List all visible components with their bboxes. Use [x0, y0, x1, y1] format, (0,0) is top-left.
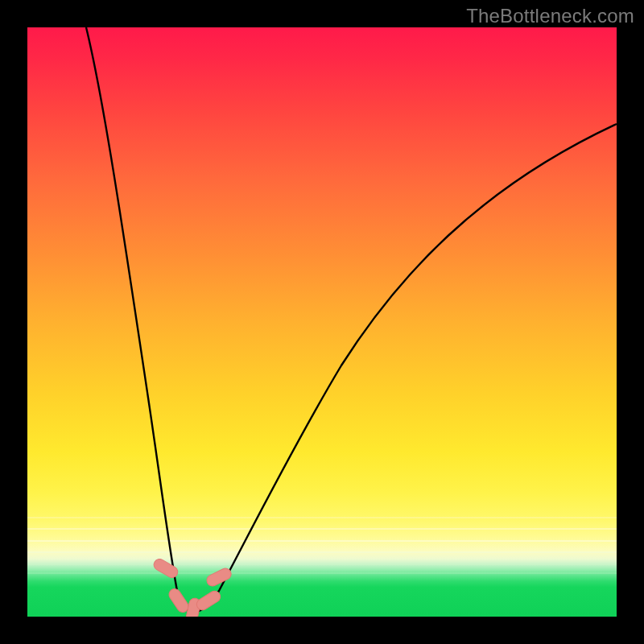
trough-marker: [205, 567, 233, 588]
trough-marker: [152, 557, 180, 580]
trough-marker: [167, 587, 191, 614]
trough-marker: [195, 589, 223, 613]
chart-frame: TheBottleneck.com: [0, 0, 644, 644]
bottleneck-curve: [86, 27, 617, 612]
curve-layer: [27, 27, 617, 617]
plot-area: [27, 27, 617, 617]
watermark-text: TheBottleneck.com: [466, 5, 634, 27]
